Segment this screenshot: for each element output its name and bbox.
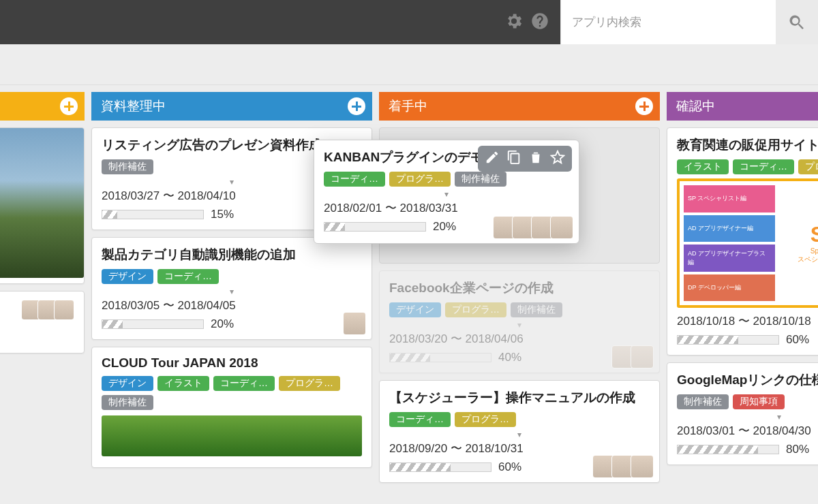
chevron-down-icon[interactable]: ▾ bbox=[102, 288, 362, 295]
kanban-card[interactable]: 【スケジューラー】操作マニュアルの作成 コーディ… プログラ… ▾ 2018/0… bbox=[379, 380, 660, 483]
progress-pct: 60% bbox=[498, 460, 521, 474]
card-dates: 2018/02/01 〜 2018/03/31 bbox=[324, 200, 569, 216]
card-dates: 2018/03/01 〜 2018/04/30 bbox=[677, 423, 818, 439]
card-dates: 2018/10/18 〜 2018/10/18 bbox=[677, 313, 818, 329]
tag: コーディ… bbox=[157, 269, 219, 284]
progress: 40% bbox=[389, 351, 650, 364]
column-title: 資料整理中 bbox=[101, 97, 166, 115]
tag: イラスト bbox=[157, 376, 209, 391]
column-3: 確認中 教育関連の販促用サイトの改 イラスト コーディ… プログラ SP スペシ… bbox=[667, 92, 818, 483]
copy-icon[interactable] bbox=[506, 150, 521, 168]
progress: 20% bbox=[102, 317, 362, 331]
avatars bbox=[497, 216, 573, 239]
card-title: 教育関連の販促用サイトの改 bbox=[677, 136, 818, 154]
card-title: 【スケジューラー】操作マニュアルの作成 bbox=[389, 389, 650, 407]
column-header: 資料整理中 bbox=[91, 92, 372, 121]
tag: イラスト bbox=[677, 159, 729, 174]
column-body: 教育関連の販促用サイトの改 イラスト コーディ… プログラ SP スペシャリスト… bbox=[667, 121, 818, 465]
column-header: 確認中 bbox=[667, 92, 818, 121]
tags: 制作補佐 周知事項 bbox=[677, 394, 818, 409]
column-title: 確認中 bbox=[676, 97, 715, 115]
edit-icon[interactable] bbox=[485, 150, 500, 168]
kanban-card[interactable]: 製品カテゴリ自動識別機能の追加 デザイン コーディ… ▾ 2018/03/05 … bbox=[91, 237, 372, 340]
tag: デザイン bbox=[102, 376, 153, 391]
tags: デザイン コーディ… bbox=[102, 269, 362, 284]
column-title: 着手中 bbox=[389, 97, 427, 115]
progress-pct: 60% bbox=[786, 333, 809, 347]
star-icon[interactable] bbox=[550, 150, 565, 168]
column-header: 着手中 bbox=[379, 92, 660, 121]
progress: 80% bbox=[677, 443, 818, 456]
tags: コーディ… プログラ… 制作補佐 bbox=[324, 172, 569, 187]
tag: プログラ… bbox=[455, 412, 516, 427]
card-title: 製品カテゴリ自動識別機能の追加 bbox=[102, 246, 362, 264]
progress-pct: 40% bbox=[498, 351, 521, 364]
tag: デザイン bbox=[389, 302, 441, 317]
tag: 制作補佐 bbox=[102, 159, 153, 174]
kanban-card[interactable]: GoogleMapリンクの仕様変 制作補佐 周知事項 ▾ 2018/03/01 … bbox=[667, 362, 818, 465]
card-dates: 2018/09/20 〜 2018/10/31 bbox=[389, 441, 650, 456]
tag: プログラ… bbox=[389, 172, 451, 187]
sp-logo: SP bbox=[811, 222, 818, 247]
search-button[interactable] bbox=[776, 0, 818, 44]
kanban-card[interactable]: 作業 bbox=[0, 291, 85, 353]
progress: 60% bbox=[677, 333, 818, 347]
progress-pct: 20% bbox=[433, 220, 456, 234]
tag: プログラ… bbox=[445, 302, 506, 317]
help-icon[interactable] bbox=[530, 12, 549, 33]
add-card-icon[interactable] bbox=[635, 97, 653, 115]
progress-pct: 15% bbox=[211, 208, 234, 221]
card-toolbar bbox=[478, 146, 572, 172]
tag: 制作補佐 bbox=[511, 302, 562, 317]
tag: コーディ… bbox=[213, 376, 275, 391]
kanban-card[interactable]: 教育関連の販促用サイトの改 イラスト コーディ… プログラ SP スペシャリスト… bbox=[667, 127, 818, 356]
column-0: 作業 bbox=[0, 92, 85, 483]
card-image bbox=[0, 128, 84, 278]
tag: プログラ bbox=[798, 159, 818, 174]
avatars bbox=[347, 312, 366, 335]
tag: コーディ… bbox=[389, 412, 451, 427]
kanban-card[interactable]: Facebook企業ページの作成 デザイン プログラ… 制作補佐 ▾ 2018/… bbox=[379, 270, 660, 373]
column-header bbox=[0, 92, 85, 121]
card-title: CLOUD Tour JAPAN 2018 bbox=[102, 356, 362, 371]
search-input[interactable] bbox=[561, 0, 776, 44]
progress-pct: 20% bbox=[211, 317, 234, 331]
chevron-down-icon[interactable]: ▾ bbox=[389, 431, 650, 438]
tag: デザイン bbox=[102, 269, 153, 284]
chevron-down-icon[interactable]: ▾ bbox=[389, 321, 650, 328]
tags: デザイン イラスト コーディ… プログラ… 制作補佐 bbox=[102, 376, 362, 410]
tags: イラスト コーディ… プログラ bbox=[677, 159, 818, 174]
avatars bbox=[616, 345, 654, 368]
trash-icon[interactable] bbox=[528, 150, 543, 168]
top-icons bbox=[504, 12, 560, 33]
chevron-down-icon[interactable]: ▾ bbox=[324, 191, 569, 198]
card-dates: 2018/03/05 〜 2018/04/05 bbox=[102, 298, 362, 313]
tag: 周知事項 bbox=[733, 394, 785, 409]
tag: 制作補佐 bbox=[455, 172, 506, 187]
tag: コーディ… bbox=[324, 172, 385, 187]
chevron-down-icon[interactable]: ▾ bbox=[677, 413, 818, 420]
add-card-icon[interactable] bbox=[60, 97, 78, 115]
tags: コーディ… プログラ… bbox=[389, 412, 650, 427]
card-image: SP スペシャリスト編 AD アプリデザイナー編 AD アプリデザイナープラス編… bbox=[677, 178, 818, 308]
kanban-card[interactable] bbox=[0, 127, 85, 284]
card-title: Facebook企業ページの作成 bbox=[389, 279, 650, 297]
dragging-card[interactable]: KANBANプラグインのデモ コーディ… プログラ… 制作補佐 ▾ 2018/0… bbox=[314, 140, 579, 244]
tag: 制作補佐 bbox=[102, 395, 153, 410]
subbar bbox=[0, 44, 818, 85]
card-dates: 2018/03/20 〜 2018/04/06 bbox=[389, 331, 650, 347]
avatars bbox=[596, 455, 654, 478]
tag: 制作補佐 bbox=[677, 394, 729, 409]
avatars bbox=[0, 300, 74, 320]
card-image bbox=[102, 415, 362, 456]
progress-pct: 80% bbox=[786, 443, 809, 456]
gear-icon[interactable] bbox=[504, 12, 524, 33]
tag: プログラ… bbox=[279, 376, 340, 391]
card-title: 作業 bbox=[0, 324, 74, 342]
search-wrap bbox=[560, 0, 818, 44]
tags: デザイン プログラ… 制作補佐 bbox=[389, 302, 650, 317]
tag: コーディ… bbox=[733, 159, 794, 174]
kanban-card[interactable]: CLOUD Tour JAPAN 2018 デザイン イラスト コーディ… プロ… bbox=[91, 347, 372, 468]
add-card-icon[interactable] bbox=[348, 97, 365, 115]
column-body: 作業 bbox=[0, 121, 85, 353]
